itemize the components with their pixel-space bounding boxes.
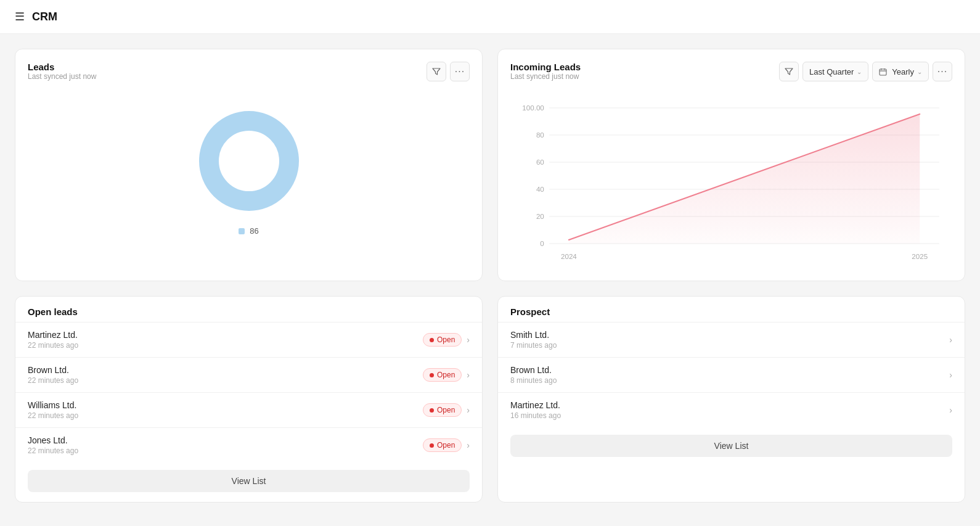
- incoming-more-button[interactable]: ···: [933, 62, 952, 81]
- incoming-leads-subtitle: Last synced just now: [510, 72, 581, 81]
- item-time: 22 minutes ago: [28, 341, 78, 350]
- item-info: Brown Ltd. 22 minutes ago: [28, 365, 78, 385]
- top-row: Leads Last synced just now ···: [15, 49, 965, 281]
- item-right: Open ›: [423, 333, 470, 347]
- leads-subtitle: Last synced just now: [28, 72, 96, 81]
- status-dot: [430, 408, 434, 413]
- legend-dot: [239, 228, 245, 234]
- open-leads-header: Open leads: [15, 297, 482, 322]
- item-name: Smith Ltd.: [510, 330, 557, 340]
- list-item: Jones Ltd. 22 minutes ago Open ›: [15, 427, 482, 462]
- filter-icon: [432, 67, 441, 76]
- svg-text:2025: 2025: [912, 253, 928, 260]
- item-info: Williams Ltd. 22 minutes ago: [28, 400, 78, 420]
- incoming-leads-header: Incoming Leads Last synced just now Last…: [510, 62, 952, 91]
- item-info: Martinez Ltd. 16 minutes ago: [510, 400, 561, 420]
- open-leads-view-list-button[interactable]: View List: [28, 470, 470, 492]
- leads-card: Leads Last synced just now ···: [15, 49, 483, 281]
- main-content: Leads Last synced just now ···: [0, 34, 980, 517]
- donut-chart-area: 86: [28, 93, 470, 248]
- last-quarter-chevron: ⌄: [857, 68, 862, 75]
- calendar-icon: [879, 68, 887, 76]
- list-item: Brown Ltd. 22 minutes ago Open ›: [15, 357, 482, 392]
- status-dot: [430, 338, 434, 342]
- svg-text:80: 80: [536, 131, 544, 139]
- leads-title-area: Leads Last synced just now: [28, 62, 96, 91]
- item-name: Martinez Ltd.: [28, 330, 78, 340]
- last-quarter-dropdown[interactable]: Last Quarter ⌄: [802, 62, 868, 81]
- chevron-right-icon[interactable]: ›: [467, 335, 470, 345]
- svg-text:100.00: 100.00: [522, 104, 544, 112]
- item-time: 7 minutes ago: [510, 341, 557, 350]
- item-right: Open ›: [423, 403, 470, 417]
- list-item: Smith Ltd. 7 minutes ago ›: [498, 322, 965, 357]
- status-badge: Open: [423, 333, 462, 347]
- incoming-filter-icon: [785, 67, 793, 76]
- chevron-right-icon[interactable]: ›: [949, 405, 952, 415]
- item-time: 22 minutes ago: [28, 411, 78, 420]
- incoming-filter-button[interactable]: [779, 62, 799, 81]
- svg-text:40: 40: [536, 186, 544, 193]
- svg-point-0: [209, 121, 289, 201]
- app-header: ☰ CRM: [0, 0, 980, 34]
- status-label: Open: [437, 441, 455, 450]
- line-chart-svg: 100.00 80 60 40 20 0 2024 2025: [510, 96, 952, 268]
- legend-value: 86: [250, 226, 258, 236]
- item-time: 8 minutes ago: [510, 376, 557, 385]
- prospect-view-list-button[interactable]: View List: [510, 435, 952, 457]
- status-label: Open: [437, 371, 455, 379]
- svg-text:20: 20: [536, 213, 544, 220]
- leads-title: Leads: [28, 62, 96, 72]
- menu-icon[interactable]: ☰: [15, 10, 25, 23]
- leads-more-button[interactable]: ···: [450, 62, 470, 81]
- status-badge: Open: [423, 438, 462, 452]
- chevron-right-icon[interactable]: ›: [949, 335, 952, 345]
- status-dot: [430, 373, 434, 377]
- item-name: Martinez Ltd.: [510, 400, 561, 410]
- svg-text:2024: 2024: [561, 253, 577, 260]
- incoming-more-icon: ···: [937, 66, 947, 77]
- item-info: Smith Ltd. 7 minutes ago: [510, 330, 557, 350]
- leads-filter-button[interactable]: [427, 62, 446, 81]
- incoming-leads-card: Incoming Leads Last synced just now Last…: [497, 49, 965, 281]
- line-chart-area: 100.00 80 60 40 20 0 2024 2025: [510, 96, 952, 268]
- prospect-section: Prospect Smith Ltd. 7 minutes ago › Brow…: [497, 296, 965, 503]
- chevron-right-icon[interactable]: ›: [467, 440, 470, 450]
- donut-legend: 86: [239, 226, 258, 236]
- leads-card-actions: ···: [427, 62, 470, 81]
- item-info: Brown Ltd. 8 minutes ago: [510, 365, 557, 385]
- item-time: 16 minutes ago: [510, 411, 561, 420]
- status-dot: [430, 443, 434, 448]
- svg-rect-1: [880, 69, 886, 75]
- incoming-leads-title-area: Incoming Leads Last synced just now: [510, 62, 581, 91]
- list-item: Brown Ltd. 8 minutes ago ›: [498, 357, 965, 392]
- item-name: Williams Ltd.: [28, 400, 78, 410]
- svg-text:60: 60: [536, 158, 544, 166]
- item-name: Brown Ltd.: [510, 365, 557, 375]
- list-item: Martinez Ltd. 16 minutes ago ›: [498, 392, 965, 427]
- status-label: Open: [437, 406, 455, 414]
- leads-card-header: Leads Last synced just now ···: [28, 62, 470, 91]
- yearly-label: Yearly: [892, 67, 914, 76]
- list-item: Martinez Ltd. 22 minutes ago Open ›: [15, 322, 482, 357]
- svg-text:0: 0: [540, 240, 544, 247]
- item-info: Jones Ltd. 22 minutes ago: [28, 435, 78, 455]
- item-right: Open ›: [423, 368, 470, 382]
- incoming-leads-actions: Last Quarter ⌄ Yearly ⌄: [779, 62, 952, 81]
- bottom-row: Open leads Martinez Ltd. 22 minutes ago …: [15, 296, 965, 503]
- more-dots-icon: ···: [455, 66, 465, 77]
- item-time: 22 minutes ago: [28, 446, 78, 455]
- item-name: Jones Ltd.: [28, 435, 78, 445]
- item-time: 22 minutes ago: [28, 376, 78, 385]
- incoming-leads-title: Incoming Leads: [510, 62, 581, 72]
- chevron-right-icon[interactable]: ›: [467, 370, 470, 380]
- donut-chart: [194, 105, 304, 216]
- status-badge: Open: [423, 403, 462, 417]
- yearly-dropdown[interactable]: Yearly ⌄: [872, 62, 929, 81]
- open-leads-section: Open leads Martinez Ltd. 22 minutes ago …: [15, 296, 483, 503]
- item-right: Open ›: [423, 438, 470, 452]
- chevron-right-icon[interactable]: ›: [467, 405, 470, 415]
- last-quarter-label: Last Quarter: [809, 67, 854, 76]
- chevron-right-icon[interactable]: ›: [949, 370, 952, 380]
- status-badge: Open: [423, 368, 462, 382]
